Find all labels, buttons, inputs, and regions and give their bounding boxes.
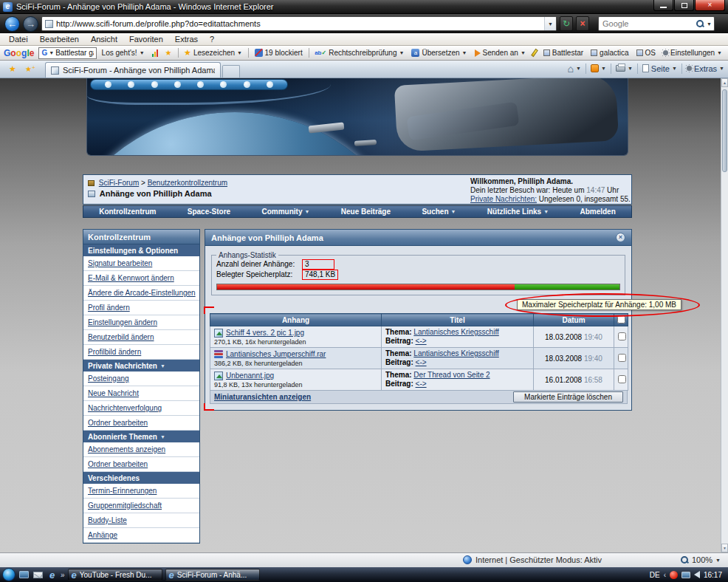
attachment-filename-link[interactable]: Schiff 4 vers. 2 pic 1.jpg <box>226 329 304 337</box>
chevron-down-icon[interactable]: ▼ <box>576 66 581 71</box>
sidebar-link-benutzerbild[interactable]: Benutzerbild ändern <box>83 330 199 345</box>
thema-link[interactable]: Lantianisches Kriegsschiff <box>413 349 498 357</box>
google-go-button[interactable]: Los geht's!▼ <box>100 47 147 59</box>
antivirus-icon[interactable] <box>670 571 678 579</box>
maximize-button[interactable] <box>674 0 694 11</box>
chevron-down-icon[interactable]: ▼ <box>719 66 724 71</box>
banner-nav-icon[interactable] <box>151 81 158 88</box>
banner-icon-bar[interactable] <box>90 79 288 90</box>
page-menu-button[interactable]: Seite <box>651 64 670 73</box>
menu-hilfe[interactable]: ? <box>204 35 220 44</box>
menu-datei[interactable]: Datei <box>3 35 34 44</box>
search-icon[interactable] <box>696 20 704 28</box>
menu-favoriten[interactable]: Favoriten <box>123 35 169 44</box>
zoom-control[interactable]: 100% ▼ <box>681 555 721 564</box>
sidebar-link-nachrichtenverfolgung[interactable]: Nachrichtenverfolgung <box>83 401 199 416</box>
taskbar-button-scifi-forum[interactable]: e SciFi-Forum - Anhä... <box>165 569 260 581</box>
word-find-os[interactable]: OS <box>634 47 658 59</box>
menu-bearbeiten[interactable]: Bearbeiten <box>34 35 85 44</box>
volume-icon[interactable] <box>694 571 700 578</box>
banner-nav-icon[interactable] <box>197 81 204 88</box>
url-field[interactable]: http://www.scifi-forum.de/profile.php?do… <box>41 16 557 31</box>
nav-neue-beitraege[interactable]: Neue Beiträge <box>341 208 391 216</box>
sidebar-link-einstellungen[interactable]: Einstellungen ändern <box>83 315 199 330</box>
send-to-button[interactable]: Senden an▼ <box>473 47 528 59</box>
minimize-button[interactable] <box>653 0 673 11</box>
banner-nav-icon[interactable] <box>220 81 227 88</box>
sidebar-link-profilbild[interactable]: Profilbild ändern <box>83 345 199 360</box>
sidebar-link-anhaenge[interactable]: Anhänge <box>83 528 199 543</box>
nav-kontrollzentrum[interactable]: Kontrollzentrum <box>99 208 156 216</box>
start-button[interactable] <box>2 568 16 581</box>
forum-header-banner[interactable] <box>87 78 628 155</box>
clock[interactable]: 16:17 <box>704 571 722 579</box>
zoom-level[interactable]: 100% <box>692 555 712 564</box>
stop-button[interactable]: × <box>576 16 589 31</box>
search-options-chevron-icon[interactable]: ▼ <box>707 21 712 27</box>
feeds-icon[interactable] <box>591 64 599 72</box>
chevron-down-icon[interactable]: ▼ <box>715 558 721 563</box>
home-icon[interactable]: ⌂ <box>568 64 574 74</box>
row-checkbox[interactable] <box>618 332 626 340</box>
beitrag-link[interactable]: <-> <box>416 358 427 366</box>
sidebar-link-signatur[interactable]: Signatur bearbeiten <box>83 256 199 271</box>
select-all-checkbox[interactable] <box>617 315 625 323</box>
page-icon[interactable] <box>642 64 649 72</box>
back-button[interactable]: ← <box>4 16 20 32</box>
thema-link[interactable]: Der Thread von Seite 2 <box>413 371 490 379</box>
chevron-down-icon[interactable]: ▼ <box>601 66 606 71</box>
pagerank-button[interactable] <box>150 47 160 59</box>
vertical-scrollbar[interactable]: ▲ ▼ <box>721 78 728 552</box>
url-dropdown-button[interactable]: ▼ <box>544 17 556 30</box>
nav-space-store[interactable]: Space-Store <box>188 208 230 216</box>
sidebar-link-buddy-liste[interactable]: Buddy-Liste <box>83 513 199 528</box>
beitrag-link[interactable]: <-> <box>416 380 427 388</box>
breadcrumb-root-link[interactable]: SciFi-Forum <box>99 179 139 187</box>
banner-nav-icon[interactable] <box>244 81 250 88</box>
thumbnails-link[interactable]: Miniaturansichten anzeigen <box>214 393 311 401</box>
sidebar-link-profil[interactable]: Profil ändern <box>83 301 199 315</box>
search-box[interactable]: ▼ <box>598 16 715 31</box>
attachment-filename-link[interactable]: Lantianisches Jumperschiff.rar <box>226 350 326 358</box>
bookmarks-button[interactable]: ★ Lesezeichen▼ <box>182 47 244 59</box>
word-find-galactica[interactable]: galactica <box>588 47 631 59</box>
row-checkbox[interactable] <box>618 375 626 383</box>
sidebar-link-neue-nachricht[interactable]: Neue Nachricht <box>83 386 199 401</box>
google-search-input[interactable] <box>55 49 93 57</box>
breadcrumb-section-link[interactable]: Benutzerkontrollzentrum <box>148 179 227 187</box>
google-search-box[interactable]: G ▼ <box>38 47 96 59</box>
nav-suchen[interactable]: Suchen▼ <box>422 208 456 216</box>
thema-link[interactable]: Lantianisches Kriegsschiff <box>413 328 498 336</box>
popup-blocker-button[interactable]: 19 blockiert <box>253 47 305 59</box>
collapse-panel-button[interactable]: × <box>616 233 625 242</box>
banner-nav-icon[interactable] <box>128 81 134 88</box>
sidebar-link-gruppenmitgliedschaft[interactable]: Gruppenmitgliedschaft <box>83 499 199 513</box>
show-desktop-button[interactable] <box>18 569 30 580</box>
sidebar-link-email-kennwort[interactable]: E-Mail & Kennwort ändern <box>83 271 199 286</box>
banner-nav-icon[interactable] <box>105 81 111 88</box>
row-checkbox[interactable] <box>618 354 626 362</box>
google-settings-button[interactable]: Einstellungen▼ <box>661 47 724 59</box>
scrollbar-thumb[interactable] <box>722 89 727 172</box>
ie-quicklaunch-button[interactable]: e <box>47 569 58 580</box>
sidebar-link-arcade[interactable]: Ändere die Arcade-Einstellungen <box>83 286 199 301</box>
spellcheck-button[interactable]: ab✓ Rechtschreibprüfung▼ <box>312 47 406 59</box>
sidebar-link-abonnements[interactable]: Abonnements anzeigen <box>83 442 199 457</box>
mail-quicklaunch-button[interactable] <box>32 569 44 580</box>
forward-button[interactable]: → <box>23 16 38 32</box>
close-button[interactable]: × <box>695 0 725 11</box>
add-bookmark-button[interactable]: ★ <box>163 47 174 59</box>
sidebar-link-ordner-bearbeiten-2[interactable]: Ordner bearbeiten <box>83 457 199 472</box>
private-messages-link[interactable]: Private Nachrichten: <box>470 195 537 203</box>
sidebar-link-posteingang[interactable]: Posteingang <box>83 372 199 386</box>
attachment-filename-link[interactable]: Unbenannt.jpg <box>226 372 274 380</box>
language-indicator[interactable]: DE <box>650 571 660 579</box>
translate-button[interactable]: a Übersetzen▼ <box>409 47 469 59</box>
new-tab-stub[interactable] <box>222 65 240 78</box>
tab-scifi-forum[interactable]: SciFi-Forum - Anhänge von Philliph Adama <box>45 62 221 78</box>
sidebar-link-termin-erinnerungen[interactable]: Termin-Erinnerungen <box>83 484 199 499</box>
add-favorite-button[interactable]: ★⁺ <box>22 62 38 76</box>
word-find-battlestar[interactable]: Battlestar <box>541 47 586 59</box>
banner-nav-icon[interactable] <box>267 81 273 88</box>
taskbar-button-youtube[interactable]: e YouTube - Fresh Du... <box>68 569 162 581</box>
